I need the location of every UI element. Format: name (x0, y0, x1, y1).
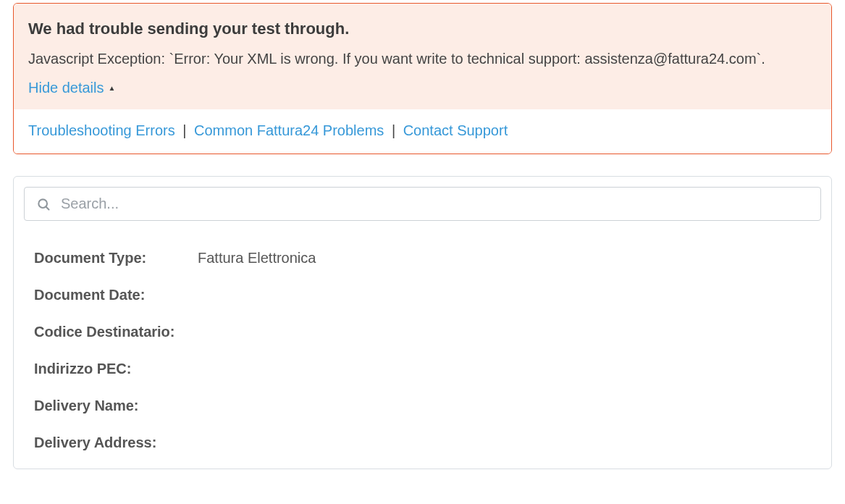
field-label: Codice Destinatario: (34, 324, 193, 340)
link-separator: | (182, 122, 186, 138)
svg-line-1 (46, 206, 49, 209)
hide-details-label: Hide details (28, 80, 104, 96)
error-title: We had trouble sending your test through… (28, 20, 817, 38)
triangle-up-icon: ▲ (109, 84, 116, 92)
hide-details-toggle[interactable]: Hide details ▲ (28, 80, 115, 96)
field-delivery-name: Delivery Name: (24, 387, 821, 424)
field-label: Indirizzo PEC: (34, 361, 193, 377)
field-value: Fattura Elettronica (198, 250, 316, 266)
field-label: Delivery Address: (34, 434, 193, 451)
search-field[interactable] (24, 187, 821, 221)
common-problems-link[interactable]: Common Fattura24 Problems (194, 122, 384, 138)
field-indirizzo-pec: Indirizzo PEC: (24, 350, 821, 387)
search-icon (36, 197, 51, 211)
troubleshooting-link[interactable]: Troubleshooting Errors (28, 122, 175, 138)
field-label: Document Date: (34, 287, 193, 303)
error-alert: We had trouble sending your test through… (13, 3, 832, 154)
contact-support-link[interactable]: Contact Support (403, 122, 508, 138)
field-document-type: Document Type: Fattura Elettronica (24, 240, 821, 277)
error-message: Javascript Exception: `Error: Your XML i… (28, 49, 817, 70)
link-separator: | (392, 122, 395, 138)
field-label: Document Type: (34, 250, 193, 266)
field-codice-destinatario: Codice Destinatario: (24, 314, 821, 350)
field-document-date: Document Date: (24, 277, 821, 314)
field-delivery-address: Delivery Address: (24, 424, 821, 461)
field-label: Delivery Name: (34, 398, 193, 414)
error-help-links: Troubleshooting Errors | Common Fattura2… (14, 109, 831, 154)
content-card: Document Type: Fattura Elettronica Docum… (13, 176, 832, 469)
error-alert-body: We had trouble sending your test through… (14, 4, 831, 109)
search-input[interactable] (61, 196, 809, 212)
